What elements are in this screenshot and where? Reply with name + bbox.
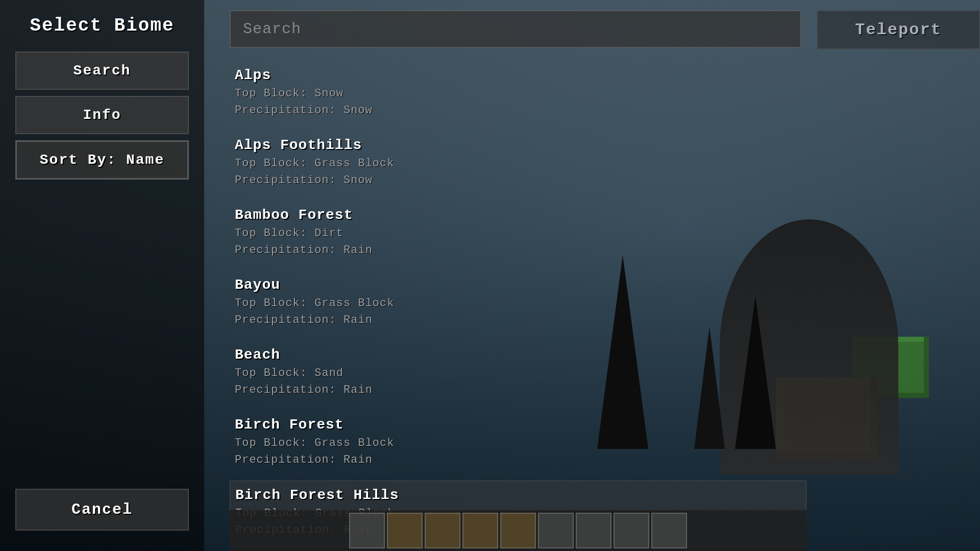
biome-detail: Top Block: DirtPrecipitation: Rain bbox=[235, 225, 796, 259]
inv-slot-6 bbox=[538, 513, 574, 548]
biome-detail: Top Block: SnowPrecipitation: Snow bbox=[235, 85, 796, 119]
inventory-bar bbox=[230, 510, 806, 551]
biome-detail: Top Block: SandPrecipitation: Rain bbox=[235, 365, 796, 398]
biome-item[interactable]: Birch ForestTop Block: Grass BlockPrecip… bbox=[230, 411, 806, 477]
inv-slot-4 bbox=[462, 513, 498, 548]
inv-slot-1 bbox=[349, 513, 385, 548]
search-bar-container bbox=[230, 10, 801, 48]
biome-detail: Top Block: Grass BlockPrecipitation: Rai… bbox=[235, 295, 796, 329]
inv-slot-2 bbox=[387, 513, 423, 548]
biome-detail: Top Block: Grass BlockPrecipitation: Rai… bbox=[235, 435, 796, 468]
inv-slot-8 bbox=[614, 513, 649, 548]
sort-nav-button[interactable]: Sort By: Name bbox=[15, 140, 189, 180]
cancel-button[interactable]: Cancel bbox=[15, 489, 189, 531]
biome-detail: Top Block: Grass BlockPrecipitation: Sno… bbox=[235, 155, 796, 189]
biome-item[interactable]: Bamboo ForestTop Block: DirtPrecipitatio… bbox=[230, 201, 806, 267]
search-input[interactable] bbox=[230, 10, 801, 48]
biome-item[interactable]: Alps FoothillsTop Block: Grass BlockPrec… bbox=[230, 131, 806, 197]
biome-item[interactable]: AlpsTop Block: SnowPrecipitation: Snow bbox=[230, 61, 806, 127]
biome-item[interactable]: BayouTop Block: Grass BlockPrecipitation… bbox=[230, 271, 806, 337]
inv-slot-3 bbox=[425, 513, 460, 548]
info-nav-button[interactable]: Info bbox=[15, 96, 189, 134]
inv-slot-9 bbox=[651, 513, 687, 548]
biome-name: Beach bbox=[235, 347, 796, 363]
inv-slot-7 bbox=[576, 513, 611, 548]
biome-list: AlpsTop Block: SnowPrecipitation: SnowAl… bbox=[230, 56, 806, 551]
biome-name: Bamboo Forest bbox=[235, 207, 796, 223]
biome-name: Alps bbox=[235, 67, 796, 83]
search-nav-button[interactable]: Search bbox=[15, 52, 189, 90]
biome-name: Birch Forest bbox=[235, 417, 796, 433]
biome-list-container: AlpsTop Block: SnowPrecipitation: SnowAl… bbox=[230, 56, 806, 551]
biome-item[interactable]: BeachTop Block: SandPrecipitation: Rain bbox=[230, 341, 806, 407]
inv-slot-5 bbox=[500, 513, 536, 548]
biome-name: Alps Foothills bbox=[235, 137, 796, 153]
left-panel: Select Biome Search Info Sort By: Name C… bbox=[0, 0, 204, 551]
panel-title: Select Biome bbox=[30, 15, 174, 36]
teleport-button[interactable]: Teleport bbox=[817, 10, 980, 49]
biome-name: Birch Forest Hills bbox=[235, 487, 796, 503]
biome-name: Bayou bbox=[235, 277, 796, 293]
